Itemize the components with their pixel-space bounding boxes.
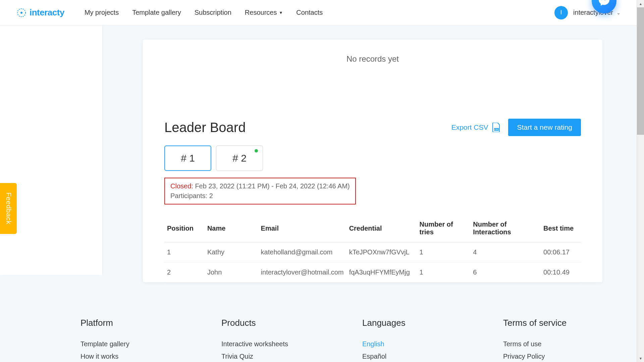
scroll-thumb[interactable]	[637, 7, 644, 135]
scroll-track[interactable]	[637, 7, 644, 355]
col-best-time: Best time	[541, 216, 581, 242]
avatar[interactable]: I	[554, 6, 568, 19]
cell-interactions: 6	[470, 262, 541, 283]
nav-resources[interactable]: Resources ▼	[245, 9, 283, 16]
nav-contacts[interactable]: Contacts	[296, 9, 323, 16]
scroll-up-icon[interactable]: ▲	[637, 0, 644, 7]
cell-best: 00:10.49	[541, 262, 581, 283]
status-box: Closed: Feb 23, 2022 (11:21 PM) - Feb 24…	[164, 178, 356, 204]
page-scrollbar[interactable]: ▲ ▼	[637, 0, 644, 362]
avatar-initial: I	[560, 9, 562, 16]
svg-text:CSV: CSV	[494, 128, 498, 130]
nav-label: Template gallery	[132, 9, 181, 16]
cell-credential: kTeJPOXnw7fGVvjL	[346, 242, 417, 262]
nav-my-projects[interactable]: My projects	[85, 9, 119, 16]
cell-position: 2	[164, 262, 205, 283]
nav-label: Resources	[245, 9, 277, 16]
cell-best: 00:06.17	[541, 242, 581, 262]
footer-link-lang-espanol[interactable]: Español	[362, 353, 463, 360]
no-records-text: No records yet	[143, 54, 602, 64]
svg-point-1	[20, 12, 22, 14]
col-credential: Credential	[346, 216, 417, 242]
left-panel	[0, 25, 103, 275]
status-participants-line: Participants: 2	[170, 192, 350, 200]
brand-name: interacty	[30, 7, 64, 18]
logo-icon	[16, 7, 27, 18]
feedback-label: Feedback	[5, 192, 12, 225]
tab-label: # 1	[181, 153, 195, 164]
col-position: Position	[164, 216, 205, 242]
col-interactions: Number of Interactions	[470, 216, 541, 242]
start-label: Start a new rating	[517, 123, 572, 131]
nav-template-gallery[interactable]: Template gallery	[132, 9, 181, 16]
feedback-tab[interactable]: Feedback	[0, 183, 17, 234]
footer-col-terms: Terms of service Terms of use Privacy Po…	[503, 318, 604, 362]
nav-label: Subscription	[195, 9, 231, 16]
footer-link-privacy-policy[interactable]: Privacy Policy	[503, 353, 604, 360]
status-closed-line: Closed: Feb 23, 2022 (11:21 PM) - Feb 24…	[170, 182, 350, 190]
caret-down-icon: ▼	[279, 10, 283, 15]
closed-range: Feb 23, 2022 (11:21 PM) - Feb 24, 2022 (…	[195, 182, 350, 190]
footer: Platform Template gallery How it works A…	[0, 304, 629, 362]
footer-link-template-gallery[interactable]: Template gallery	[80, 340, 181, 348]
nav-subscription[interactable]: Subscription	[195, 9, 231, 16]
active-dot-icon	[255, 149, 258, 153]
col-email: Email	[258, 216, 346, 242]
tab-label: # 2	[232, 153, 247, 164]
footer-heading: Terms of service	[503, 318, 604, 328]
col-name: Name	[205, 216, 258, 242]
cell-name: Kathy	[205, 242, 258, 262]
footer-col-languages: Languages English Español Português Fran…	[362, 318, 463, 362]
nav-label: My projects	[85, 9, 119, 16]
cell-email: kateholland@gmail.com	[258, 242, 346, 262]
export-csv-button[interactable]: Export CSV CSV	[451, 123, 500, 132]
leaderboard-card: No records yet Leader Board Export CSV C…	[143, 40, 602, 282]
cell-position: 1	[164, 242, 205, 262]
footer-link-how-it-works[interactable]: How it works	[80, 353, 181, 360]
cell-credential: fqA3uqHFYMfEyMjg	[346, 262, 417, 283]
table-header-row: Position Name Email Credential Number of…	[164, 216, 581, 242]
cell-email: interactylover@hotmail.com	[258, 262, 346, 283]
page-title: Leader Board	[164, 120, 246, 135]
app-header: interacty My projects Template gallery S…	[0, 0, 637, 25]
start-new-rating-button[interactable]: Start a new rating	[508, 119, 581, 136]
cell-tries: 1	[417, 242, 471, 262]
footer-link-trivia-quiz[interactable]: Trivia Quiz	[221, 353, 322, 360]
col-tries: Number of tries	[417, 216, 471, 242]
main-nav: My projects Template gallery Subscriptio…	[85, 9, 323, 16]
closed-label: Closed:	[170, 182, 193, 190]
chevron-down-icon: ⌄	[616, 10, 621, 15]
brand-logo[interactable]: interacty	[16, 7, 64, 18]
footer-col-platform: Platform Template gallery How it works A…	[80, 318, 181, 362]
footer-heading: Products	[221, 318, 322, 328]
cell-name: John	[205, 262, 258, 283]
scroll-down-icon[interactable]: ▼	[637, 355, 644, 362]
cell-tries: 1	[417, 262, 471, 283]
nav-label: Contacts	[296, 9, 323, 16]
cell-interactions: 4	[470, 242, 541, 262]
csv-file-icon: CSV	[492, 123, 500, 132]
export-csv-label: Export CSV	[451, 123, 488, 131]
footer-col-products: Products Interactive worksheets Trivia Q…	[221, 318, 322, 362]
footer-link-lang-english[interactable]: English	[362, 340, 463, 348]
footer-heading: Languages	[362, 318, 463, 328]
footer-link-terms-of-use[interactable]: Terms of use	[503, 340, 604, 348]
messenger-icon	[597, 0, 611, 8]
rating-tab-1[interactable]: # 1	[164, 145, 211, 171]
table-row: 1 Kathy kateholland@gmail.com kTeJPOXnw7…	[164, 242, 581, 262]
rating-tab-2[interactable]: # 2	[216, 145, 263, 171]
leaderboard-table: Position Name Email Credential Number of…	[164, 216, 581, 283]
participants-label: Participants:	[170, 192, 207, 199]
footer-link-interactive-worksheets[interactable]: Interactive worksheets	[221, 340, 322, 348]
participants-count: 2	[209, 192, 213, 199]
footer-heading: Platform	[80, 318, 181, 328]
table-row: 2 John interactylover@hotmail.com fqA3uq…	[164, 262, 581, 283]
